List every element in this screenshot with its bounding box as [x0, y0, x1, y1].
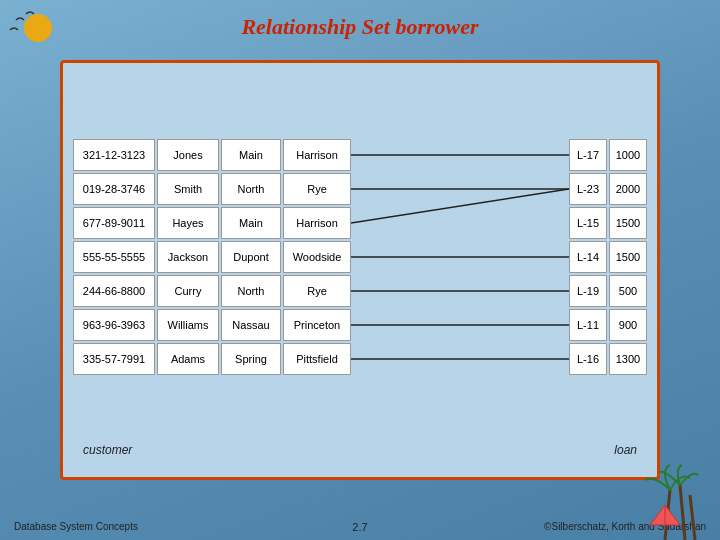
customer-city: Harrison [283, 207, 351, 239]
title-italic: borrower [395, 14, 478, 39]
loan-number: L-14 [569, 241, 607, 273]
customer-row: 321-12-3123 Jones Main Harrison [73, 139, 351, 171]
svg-line-3 [351, 189, 569, 223]
palm-tree-decoration [620, 460, 710, 540]
footer-center: 2.7 [352, 521, 367, 533]
customer-ssn: 019-28-3746 [73, 173, 155, 205]
customer-row: 335-57-7991 Adams Spring Pittsfield [73, 343, 351, 375]
loan-amount: 2000 [609, 173, 647, 205]
customer-name: Williams [157, 309, 219, 341]
loan-row: L-19 500 [569, 275, 647, 307]
loan-number: L-17 [569, 139, 607, 171]
footer: Database System Concepts 2.7 ©Silberscha… [0, 521, 720, 532]
loan-amount: 1000 [609, 139, 647, 171]
loan-row: L-16 1300 [569, 343, 647, 375]
loan-label: loan [614, 443, 637, 457]
customer-street: Main [221, 207, 281, 239]
customer-street: North [221, 275, 281, 307]
customer-row: 677-89-9011 Hayes Main Harrison [73, 207, 351, 239]
customer-ssn: 321-12-3123 [73, 139, 155, 171]
customer-name: Jackson [157, 241, 219, 273]
loan-row: L-15 1500 [569, 207, 647, 239]
customer-ssn: 335-57-7991 [73, 343, 155, 375]
loan-amount: 1500 [609, 207, 647, 239]
customer-label: customer [83, 443, 132, 457]
loan-number: L-19 [569, 275, 607, 307]
customer-table: 321-12-3123 Jones Main Harrison 019-28-3… [73, 139, 351, 375]
customer-city: Rye [283, 275, 351, 307]
loan-row: L-11 900 [569, 309, 647, 341]
connector-area [351, 75, 569, 439]
customer-row: 555-55-5555 Jackson Dupont Woodside [73, 241, 351, 273]
customer-name: Smith [157, 173, 219, 205]
customer-name: Curry [157, 275, 219, 307]
table-labels: customer loan [73, 439, 647, 457]
main-content-box: 321-12-3123 Jones Main Harrison 019-28-3… [60, 60, 660, 480]
loan-table: L-17 1000 L-23 2000 L-15 1500 L-14 1500 … [569, 139, 647, 375]
loan-amount: 1500 [609, 241, 647, 273]
customer-ssn: 963-96-3963 [73, 309, 155, 341]
diagram-area: 321-12-3123 Jones Main Harrison 019-28-3… [73, 75, 647, 439]
loan-number: L-15 [569, 207, 607, 239]
customer-city: Rye [283, 173, 351, 205]
customer-ssn: 244-66-8800 [73, 275, 155, 307]
customer-row: 963-96-3963 Williams Nassau Princeton [73, 309, 351, 341]
svg-line-9 [680, 485, 685, 540]
customer-street: Spring [221, 343, 281, 375]
loan-number: L-11 [569, 309, 607, 341]
loan-row: L-14 1500 [569, 241, 647, 273]
customer-street: Nassau [221, 309, 281, 341]
customer-city: Harrison [283, 139, 351, 171]
customer-street: Dupont [221, 241, 281, 273]
customer-city: Princeton [283, 309, 351, 341]
customer-name: Adams [157, 343, 219, 375]
loan-number: L-16 [569, 343, 607, 375]
customer-row: 019-28-3746 Smith North Rye [73, 173, 351, 205]
loan-number: L-23 [569, 173, 607, 205]
loan-amount: 500 [609, 275, 647, 307]
footer-left: Database System Concepts [14, 521, 138, 532]
loan-amount: 900 [609, 309, 647, 341]
customer-name: Jones [157, 139, 219, 171]
customer-street: North [221, 173, 281, 205]
loan-row: L-17 1000 [569, 139, 647, 171]
page-title: Relationship Set borrower [0, 14, 720, 40]
customer-row: 244-66-8800 Curry North Rye [73, 275, 351, 307]
customer-street: Main [221, 139, 281, 171]
customer-ssn: 677-89-9011 [73, 207, 155, 239]
customer-ssn: 555-55-5555 [73, 241, 155, 273]
svg-line-10 [690, 495, 695, 540]
loan-amount: 1300 [609, 343, 647, 375]
customer-name: Hayes [157, 207, 219, 239]
loan-row: L-23 2000 [569, 173, 647, 205]
relationship-lines [351, 75, 569, 439]
customer-city: Woodside [283, 241, 351, 273]
customer-city: Pittsfield [283, 343, 351, 375]
title-static: Relationship Set [241, 14, 395, 39]
